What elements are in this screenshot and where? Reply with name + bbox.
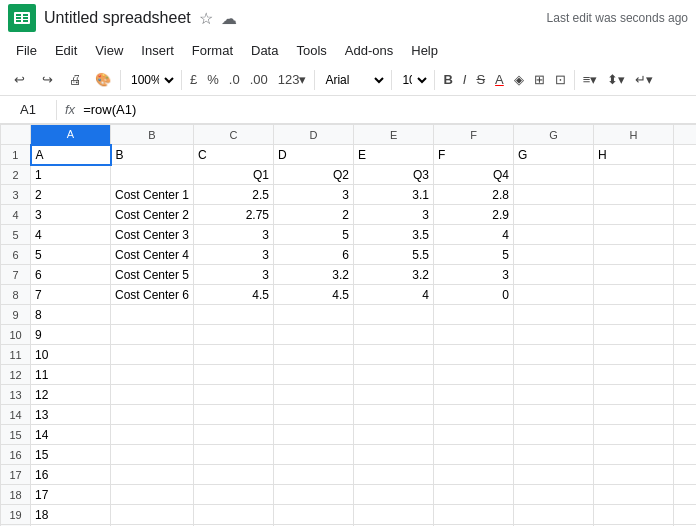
row-header-17[interactable]: 17 <box>1 465 31 485</box>
cell-B12[interactable] <box>111 365 194 385</box>
row-header-4[interactable]: 4 <box>1 205 31 225</box>
menu-addons[interactable]: Add-ons <box>337 41 401 60</box>
cell-H6[interactable] <box>594 245 674 265</box>
spreadsheet-title[interactable]: Untitled spreadsheet <box>44 9 191 27</box>
col-header-B[interactable]: B <box>111 125 194 145</box>
cell-A17[interactable]: 16 <box>31 465 111 485</box>
cell-A13[interactable]: 12 <box>31 385 111 405</box>
row-header-6[interactable]: 6 <box>1 245 31 265</box>
cell-C14[interactable] <box>194 405 274 425</box>
cell-C10[interactable] <box>194 325 274 345</box>
cell-E10[interactable] <box>354 325 434 345</box>
cell-E7[interactable]: 3.2 <box>354 265 434 285</box>
cell-I13[interactable] <box>674 385 696 405</box>
cell-E2[interactable]: Q3 <box>354 165 434 185</box>
cell-A16[interactable]: 15 <box>31 445 111 465</box>
cell-I19[interactable] <box>674 505 696 525</box>
cell-C16[interactable] <box>194 445 274 465</box>
cell-A18[interactable]: 17 <box>31 485 111 505</box>
cell-G7[interactable] <box>514 265 594 285</box>
zoom-select[interactable]: 100% ▾ <box>125 70 177 90</box>
cell-H13[interactable] <box>594 385 674 405</box>
cell-D12[interactable] <box>274 365 354 385</box>
row-header-9[interactable]: 9 <box>1 305 31 325</box>
cell-F5[interactable]: 4 <box>434 225 514 245</box>
font-size-select[interactable]: 10 <box>396 70 430 90</box>
cell-B6[interactable]: Cost Center 4 <box>111 245 194 265</box>
cell-C19[interactable] <box>194 505 274 525</box>
cell-reference-input[interactable] <box>4 100 52 119</box>
menu-help[interactable]: Help <box>403 41 446 60</box>
fill-color-button[interactable]: ◈ <box>510 67 528 93</box>
cell-F14[interactable] <box>434 405 514 425</box>
cell-I18[interactable] <box>674 485 696 505</box>
col-header-E[interactable]: E <box>354 125 434 145</box>
borders-button[interactable]: ⊞ <box>530 67 549 93</box>
row-header-12[interactable]: 12 <box>1 365 31 385</box>
row-header-18[interactable]: 18 <box>1 485 31 505</box>
menu-insert[interactable]: Insert <box>133 41 182 60</box>
cell-G16[interactable] <box>514 445 594 465</box>
cell-B11[interactable] <box>111 345 194 365</box>
align-button[interactable]: ≡▾ <box>579 67 602 93</box>
cell-D9[interactable] <box>274 305 354 325</box>
cell-A12[interactable]: 11 <box>31 365 111 385</box>
cell-E4[interactable]: 3 <box>354 205 434 225</box>
cell-C18[interactable] <box>194 485 274 505</box>
cell-H10[interactable] <box>594 325 674 345</box>
menu-format[interactable]: Format <box>184 41 241 60</box>
cell-D6[interactable]: 6 <box>274 245 354 265</box>
cell-F6[interactable]: 5 <box>434 245 514 265</box>
cell-B3[interactable]: Cost Center 1 <box>111 185 194 205</box>
cell-G1[interactable]: G <box>514 145 594 165</box>
cell-I11[interactable] <box>674 345 696 365</box>
cell-G6[interactable] <box>514 245 594 265</box>
cell-A2[interactable]: 1 <box>31 165 111 185</box>
cell-E13[interactable] <box>354 385 434 405</box>
cell-A8[interactable]: 7 <box>31 285 111 305</box>
cell-A5[interactable]: 4 <box>31 225 111 245</box>
cell-E18[interactable] <box>354 485 434 505</box>
cell-C15[interactable] <box>194 425 274 445</box>
cell-I10[interactable] <box>674 325 696 345</box>
cell-H4[interactable] <box>594 205 674 225</box>
cell-I16[interactable] <box>674 445 696 465</box>
spreadsheet-grid[interactable]: A B C D E F G H I 1ABCDEFGH21Q1Q2Q3Q432C… <box>0 124 696 526</box>
cell-G2[interactable] <box>514 165 594 185</box>
row-header-13[interactable]: 13 <box>1 385 31 405</box>
row-header-1[interactable]: 1 <box>1 145 31 165</box>
cell-E16[interactable] <box>354 445 434 465</box>
cell-A9[interactable]: 8 <box>31 305 111 325</box>
col-header-I[interactable]: I <box>674 125 696 145</box>
cell-G13[interactable] <box>514 385 594 405</box>
cell-H19[interactable] <box>594 505 674 525</box>
cell-F13[interactable] <box>434 385 514 405</box>
cell-H8[interactable] <box>594 285 674 305</box>
menu-view[interactable]: View <box>87 41 131 60</box>
percent-button[interactable]: % <box>203 67 223 93</box>
cell-F17[interactable] <box>434 465 514 485</box>
cell-A14[interactable]: 13 <box>31 405 111 425</box>
cell-C5[interactable]: 3 <box>194 225 274 245</box>
cell-D17[interactable] <box>274 465 354 485</box>
cloud-save-icon[interactable]: ☁ <box>221 9 237 28</box>
cell-B9[interactable] <box>111 305 194 325</box>
cell-D5[interactable]: 5 <box>274 225 354 245</box>
cell-C17[interactable] <box>194 465 274 485</box>
italic-button[interactable]: I <box>459 67 471 93</box>
row-header-5[interactable]: 5 <box>1 225 31 245</box>
cell-D18[interactable] <box>274 485 354 505</box>
cell-G17[interactable] <box>514 465 594 485</box>
wrap-button[interactable]: ↵▾ <box>631 67 657 93</box>
cell-B15[interactable] <box>111 425 194 445</box>
row-header-16[interactable]: 16 <box>1 445 31 465</box>
cell-H17[interactable] <box>594 465 674 485</box>
cell-E15[interactable] <box>354 425 434 445</box>
cell-B8[interactable]: Cost Center 6 <box>111 285 194 305</box>
cell-C7[interactable]: 3 <box>194 265 274 285</box>
row-header-2[interactable]: 2 <box>1 165 31 185</box>
cell-D13[interactable] <box>274 385 354 405</box>
cell-I3[interactable] <box>674 185 696 205</box>
cell-F8[interactable]: 0 <box>434 285 514 305</box>
cell-E6[interactable]: 5.5 <box>354 245 434 265</box>
